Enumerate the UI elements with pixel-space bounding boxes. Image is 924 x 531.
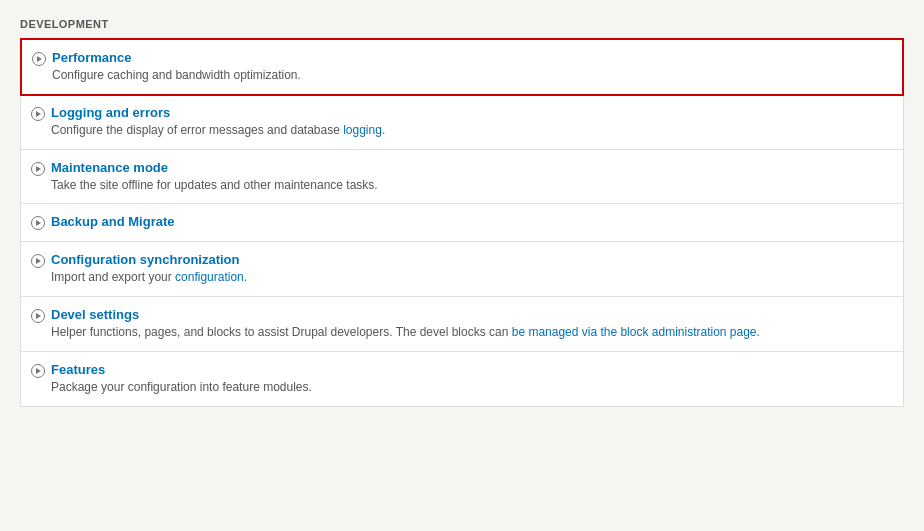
item-desc-features: Package your configuration into feature … [51, 379, 889, 396]
logging-link[interactable]: logging [343, 123, 382, 137]
section-title: DEVELOPMENT [20, 18, 904, 30]
item-row-maintenance[interactable]: Maintenance mode Take the site offline f… [21, 150, 903, 205]
item-desc-logging: Configure the display of error messages … [51, 122, 889, 139]
arrow-icon-config-sync [31, 254, 45, 268]
arrow-icon-devel [31, 309, 45, 323]
item-content-devel: Devel settings Helper functions, pages, … [51, 307, 889, 341]
item-row-logging[interactable]: Logging and errors Configure the display… [21, 95, 903, 150]
item-content-features: Features Package your configuration into… [51, 362, 889, 396]
arrow-icon-logging [31, 107, 45, 121]
item-title-maintenance[interactable]: Maintenance mode [51, 160, 889, 175]
item-title-config-sync[interactable]: Configuration synchronization [51, 252, 889, 267]
item-desc-config-sync: Import and export your configuration. [51, 269, 889, 286]
arrow-icon-backup [31, 216, 45, 230]
config-link[interactable]: configuration [175, 270, 244, 284]
item-title-features[interactable]: Features [51, 362, 889, 377]
item-content-logging: Logging and errors Configure the display… [51, 105, 889, 139]
page-container: DEVELOPMENT Performance Configure cachin… [0, 0, 924, 427]
item-row-config-sync[interactable]: Configuration synchronization Import and… [21, 242, 903, 297]
item-content-config-sync: Configuration synchronization Import and… [51, 252, 889, 286]
item-title-performance[interactable]: Performance [52, 50, 888, 65]
item-content-backup: Backup and Migrate [51, 214, 889, 231]
devel-managed-link[interactable]: be managed via the block administration … [512, 325, 757, 339]
item-title-devel[interactable]: Devel settings [51, 307, 889, 322]
arrow-icon-features [31, 364, 45, 378]
items-list: Performance Configure caching and bandwi… [20, 38, 904, 407]
arrow-icon-maintenance [31, 162, 45, 176]
item-row-devel[interactable]: Devel settings Helper functions, pages, … [21, 297, 903, 352]
item-title-logging[interactable]: Logging and errors [51, 105, 889, 120]
item-desc-performance: Configure caching and bandwidth optimiza… [52, 67, 888, 84]
item-content-performance: Performance Configure caching and bandwi… [52, 50, 888, 84]
item-row-features[interactable]: Features Package your configuration into… [21, 352, 903, 406]
item-row-performance[interactable]: Performance Configure caching and bandwi… [20, 38, 904, 96]
item-title-backup[interactable]: Backup and Migrate [51, 214, 889, 229]
item-content-maintenance: Maintenance mode Take the site offline f… [51, 160, 889, 194]
item-desc-devel: Helper functions, pages, and blocks to a… [51, 324, 889, 341]
arrow-icon-performance [32, 52, 46, 66]
item-row-backup[interactable]: Backup and Migrate [21, 204, 903, 242]
item-desc-maintenance: Take the site offline for updates and ot… [51, 177, 889, 194]
